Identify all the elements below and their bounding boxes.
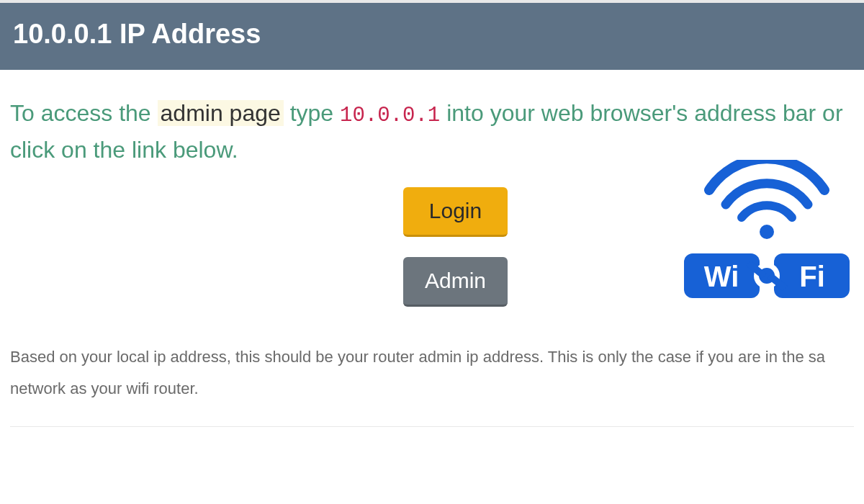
buttons-column: Login Admin (403, 187, 508, 307)
wifi-icon: Wi Fi (677, 160, 857, 307)
main-content: To access the admin page type 10.0.0.1 i… (0, 70, 864, 427)
login-button[interactable]: Login (403, 187, 508, 237)
page-header: 10.0.0.1 IP Address (0, 0, 864, 70)
intro-highlight: admin page (158, 100, 284, 126)
intro-ip: 10.0.0.1 (340, 104, 440, 127)
intro-mid1: type (284, 100, 340, 126)
svg-point-0 (760, 225, 774, 239)
admin-button[interactable]: Admin (403, 257, 508, 307)
wifi-text-right: Fi (799, 261, 825, 292)
wifi-text-left: Wi (704, 261, 739, 292)
section-divider (10, 426, 854, 427)
note-paragraph: Based on your local ip address, this sho… (10, 341, 854, 422)
intro-prefix: To access the (10, 100, 158, 126)
page-title: 10.0.0.1 IP Address (13, 19, 851, 50)
wifi-logo: Wi Fi (677, 160, 857, 310)
intro-paragraph: To access the admin page type 10.0.0.1 i… (10, 96, 854, 168)
